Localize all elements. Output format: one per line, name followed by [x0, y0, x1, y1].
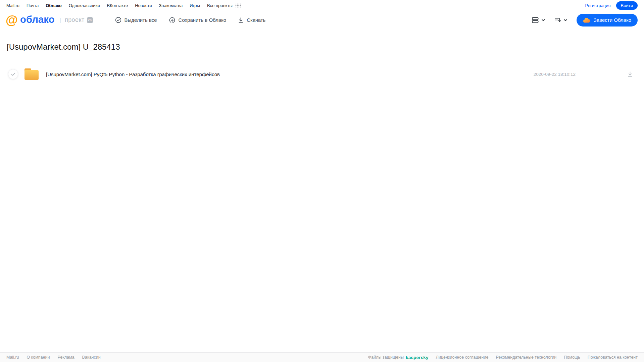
- portal-link-znakomstva[interactable]: Знакомства: [159, 3, 183, 8]
- file-name-link[interactable]: [UsupovMarket.com] PyQt5 Python - Разраб…: [46, 71, 534, 77]
- footer-link-recommendation-tech[interactable]: Рекомендательные технологии: [496, 355, 556, 360]
- footer-link-report[interactable]: Пожаловаться на контент: [588, 355, 638, 360]
- logo-divider: |: [60, 17, 61, 23]
- chevron-down-icon: [563, 19, 567, 21]
- footer-left: Mail.ru О компании Реклама Вакансии: [6, 355, 101, 360]
- vk-badge-icon: VK: [87, 17, 93, 23]
- get-cloud-button[interactable]: Завести Облако: [577, 14, 638, 27]
- portal-link-mailru[interactable]: Mail.ru: [6, 3, 19, 8]
- mailru-at-icon: @: [6, 14, 18, 26]
- sort-icon: [554, 17, 561, 23]
- check-circle-icon: [115, 17, 121, 23]
- files-protected: Файлы защищены kaspersky: [368, 355, 429, 360]
- chevron-down-icon: [541, 19, 545, 21]
- project-text: проект: [65, 16, 85, 23]
- portal-link-all-projects[interactable]: Все проекты: [207, 3, 233, 8]
- header: @ облако | проект VK Выделить все Сохр: [0, 11, 644, 29]
- portal-link-pochta[interactable]: Почта: [27, 3, 39, 8]
- project-label: проект VK: [65, 16, 93, 23]
- kaspersky-logo[interactable]: kaspersky: [406, 355, 429, 360]
- download-icon: [238, 17, 244, 23]
- file-row[interactable]: [UsupovMarket.com] PyQt5 Python - Разраб…: [0, 67, 644, 82]
- select-all-button[interactable]: Выделить все: [115, 17, 157, 23]
- portal-nav: Mail.ru Почта Облако Одноклассники ВКонт…: [0, 0, 644, 11]
- download-label: Скачать: [247, 17, 265, 23]
- save-to-cloud-label: Сохранить в Облако: [179, 17, 227, 23]
- protected-label: Файлы защищены: [368, 355, 404, 360]
- page-title: [UsupovMarket.com] U_285413: [7, 42, 644, 52]
- portal-link-oblako[interactable]: Облако: [46, 3, 62, 8]
- registration-link[interactable]: Регистрация: [585, 3, 611, 8]
- footer-right: Файлы защищены kaspersky Лицензионное со…: [368, 355, 638, 360]
- footer-link-jobs[interactable]: Вакансии: [82, 355, 101, 360]
- header-right: Завести Облако: [532, 14, 638, 27]
- login-button[interactable]: Войти: [616, 1, 638, 10]
- file-date: 2020-09-22 18:10:12: [534, 72, 576, 77]
- get-cloud-label: Завести Облако: [594, 17, 631, 23]
- row-checkbox[interactable]: [8, 69, 18, 79]
- view-mode-button[interactable]: [532, 17, 545, 23]
- portal-link-igry[interactable]: Игры: [190, 3, 200, 8]
- portal-link-odnoklassniki[interactable]: Одноклассники: [69, 3, 100, 8]
- footer-link-mailru[interactable]: Mail.ru: [6, 355, 19, 360]
- apps-grid-icon[interactable]: [235, 3, 241, 8]
- footer: Mail.ru О компании Реклама Вакансии Файл…: [0, 352, 644, 362]
- view-mode-icon: [532, 17, 539, 23]
- cloud-upload-icon: [169, 17, 176, 23]
- row-download-icon[interactable]: [627, 71, 633, 77]
- orange-cloud-icon: [583, 17, 590, 23]
- logo-text: облако: [20, 15, 55, 25]
- main-content: [UsupovMarket.com] U_285413 [UsupovMarke…: [0, 42, 644, 82]
- save-to-cloud-button[interactable]: Сохранить в Облако: [169, 17, 227, 23]
- download-button[interactable]: Скачать: [238, 17, 265, 23]
- footer-link-help[interactable]: Помощь: [564, 355, 580, 360]
- toolbar: Выделить все Сохранить в Облако Скачать: [115, 17, 266, 23]
- select-all-label: Выделить все: [125, 17, 157, 23]
- portal-link-vkontakte[interactable]: ВКонтакте: [107, 3, 128, 8]
- footer-link-ads[interactable]: Реклама: [57, 355, 74, 360]
- footer-link-about[interactable]: О компании: [27, 355, 50, 360]
- cloud-logo[interactable]: @ облако: [6, 14, 55, 26]
- sort-button[interactable]: [554, 17, 567, 23]
- footer-link-license[interactable]: Лицензионное соглашение: [436, 355, 489, 360]
- portal-link-novosti[interactable]: Новости: [135, 3, 152, 8]
- folder-icon: [24, 68, 39, 81]
